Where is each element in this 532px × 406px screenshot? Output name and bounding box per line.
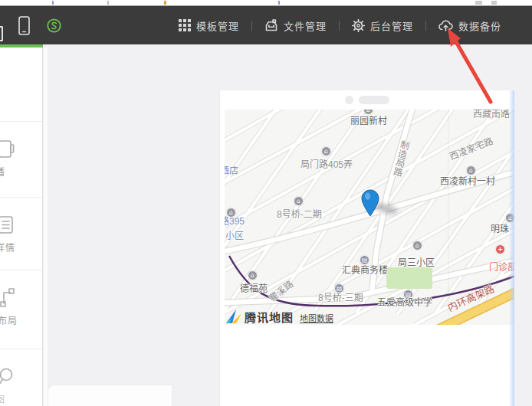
sidebar-item-label: 布局 bbox=[0, 313, 18, 326]
sidebar-item-label: 地图 bbox=[0, 392, 5, 405]
map-poi-house-icon: ⌂ bbox=[466, 165, 476, 175]
bottom-left-panel-edge bbox=[48, 385, 172, 406]
map-icon bbox=[0, 366, 16, 391]
map-poi-medical-icon: + bbox=[495, 244, 505, 254]
phone-preview-panel: ⌂⌂⌂⌂⌂⌂▤⌂▤▤⌂+ 丽园新村西藏南路酒店局门路405弄制造局路西凌家宅路西… bbox=[219, 90, 514, 406]
browser-remnant-strip bbox=[0, 0, 532, 6]
menu-item-label: 数据备份 bbox=[458, 18, 501, 33]
menu-item-label: 后台管理 bbox=[370, 18, 413, 33]
phone-preview-icon[interactable] bbox=[18, 16, 30, 38]
camera-dot bbox=[345, 96, 353, 104]
menu-item-1[interactable]: 模板管理 bbox=[170, 6, 248, 44]
app-screen: 模板管理文件管理后台管理数据备份 轮播详情布局地图 bbox=[0, 0, 532, 406]
map-data-link[interactable]: 地图数据 bbox=[300, 312, 333, 324]
menu-divider bbox=[339, 21, 340, 31]
menu-divider bbox=[425, 21, 426, 31]
menu-item-2[interactable]: 文件管理 bbox=[256, 6, 335, 44]
browser-fragment bbox=[52, 1, 54, 5]
layout-icon bbox=[0, 287, 16, 312]
map-label: 路395 bbox=[225, 217, 245, 227]
map-label: 西凌新村一村 bbox=[440, 177, 495, 187]
map-poi-house-icon: ⌂ bbox=[412, 241, 422, 250]
map-poi-house-icon: ⌂ bbox=[294, 196, 304, 206]
workspace: ⌂⌂⌂⌂⌂⌂▤⌂▤▤⌂+ 丽园新村西藏南路酒店局门路405弄制造局路西凌家宅路西… bbox=[48, 44, 532, 406]
detail-icon bbox=[0, 214, 16, 239]
map-label: 酒店 bbox=[225, 166, 238, 176]
map-label: 明珠 bbox=[491, 224, 509, 234]
menu-item-4[interactable]: 数据备份 bbox=[430, 6, 510, 44]
map-label: 8号桥-二期 bbox=[277, 210, 322, 220]
menu-item-3[interactable]: 后台管理 bbox=[343, 6, 422, 44]
map-label: 德福苑 bbox=[240, 284, 268, 294]
park-area bbox=[386, 267, 432, 289]
map-brand-label: 腾讯地图 bbox=[245, 309, 294, 325]
map-label: 汇典商务楼 bbox=[342, 266, 388, 276]
map-label: 五爱高级中学 bbox=[377, 298, 432, 308]
sidebar-item-2[interactable]: 详情 bbox=[0, 197, 43, 270]
map-label: 西藏南路 bbox=[473, 110, 510, 120]
topbar-menu: 模板管理文件管理后台管理数据备份 bbox=[170, 6, 510, 44]
browser-fragment bbox=[491, 1, 497, 5]
tencent-maps-logo bbox=[225, 308, 243, 325]
map-attribution: 腾讯地图 地图数据 bbox=[225, 306, 333, 325]
menu-item-label: 模板管理 bbox=[196, 18, 239, 33]
map-label: 局三小区 bbox=[398, 258, 435, 268]
sidebar-item-1[interactable]: 轮播 bbox=[0, 121, 43, 194]
map-label: 局门路405弄 bbox=[300, 160, 353, 170]
map-label: 8号桥-三期 bbox=[318, 293, 363, 303]
map-widget[interactable]: ⌂⌂⌂⌂⌂⌂▤⌂▤▤⌂+ 丽园新村西藏南路酒店局门路405弄制造局路西凌家宅路西… bbox=[225, 110, 514, 325]
carousel-icon bbox=[0, 139, 16, 163]
sidebar-item-4[interactable]: 地图 bbox=[0, 349, 43, 406]
sidebar: 轮播详情布局地图 bbox=[0, 47, 43, 406]
map-label: 丽园新村 bbox=[350, 116, 387, 126]
menu-item-label: 文件管理 bbox=[284, 18, 327, 33]
speaker-pill bbox=[359, 96, 389, 104]
map-label: 小区 bbox=[225, 231, 244, 241]
browser-fragment bbox=[164, 1, 166, 5]
link-icon[interactable] bbox=[47, 18, 61, 36]
sidebar-item-label: 详情 bbox=[0, 241, 15, 254]
cropped-monitor-icon bbox=[0, 26, 3, 41]
file-icon bbox=[264, 19, 278, 32]
map-poi-house-icon: ⌂ bbox=[321, 146, 331, 156]
sidebar-item-3[interactable]: 布局 bbox=[0, 270, 43, 342]
map-poi-building-icon: ▤ bbox=[360, 255, 369, 265]
gear-icon bbox=[352, 19, 365, 32]
browser-fragment bbox=[278, 1, 280, 5]
sidebar-item-label: 轮播 bbox=[0, 165, 5, 178]
browser-fragment bbox=[107, 1, 109, 5]
grid-icon bbox=[179, 19, 191, 31]
menu-divider bbox=[251, 21, 252, 31]
topbar: 模板管理文件管理后台管理数据备份 bbox=[0, 6, 532, 44]
map-pin-marker[interactable] bbox=[361, 189, 379, 217]
cloud-upload-icon bbox=[438, 19, 453, 31]
browser-fragment bbox=[475, 1, 482, 5]
phone-selection-edge bbox=[509, 90, 514, 406]
map-poi-house-icon: ⌂ bbox=[248, 270, 258, 280]
